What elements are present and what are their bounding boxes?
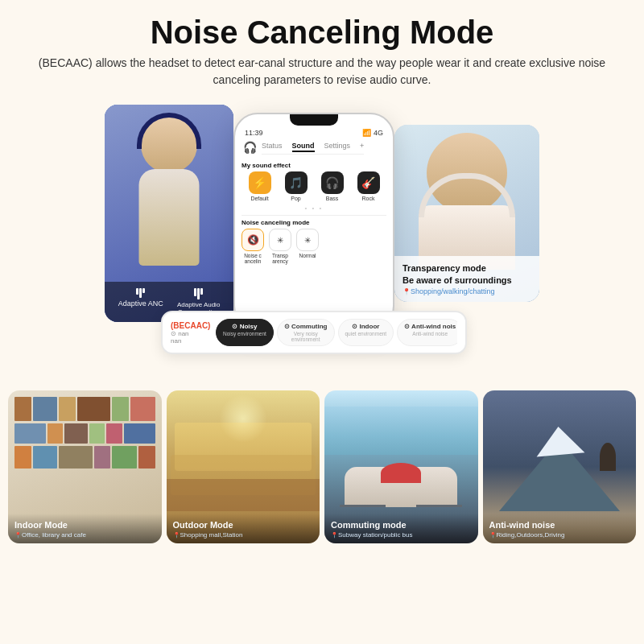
mode-pill-indoor[interactable]: ⊙ Indoor quiet environment (338, 319, 394, 346)
headphone-icon: 🎧 (243, 141, 257, 154)
page-title: Noise Canceling Mode (32, 14, 612, 50)
grid-sub-antiwind: Riding,Outdoors,Driving (489, 531, 630, 539)
tab-add[interactable]: + (360, 142, 364, 152)
effect-pop[interactable]: 🎵 Pop (285, 171, 308, 201)
grid-title-indoor: Indoor Mode (14, 520, 155, 530)
train-sky (324, 407, 478, 455)
grid-sub-outdoor: Shopping mall,Station (173, 531, 314, 539)
grid-sub-indoor: Office, library and cafe (14, 531, 155, 539)
grid-title-outdoor: Outdoor Mode (173, 520, 314, 530)
sound-section-title: My sound effect (242, 162, 386, 169)
right-card: Transparency modeBe aware of surrounding… (394, 125, 539, 302)
grid-label-outdoor: Outdoor Mode Shopping mall,Station (167, 514, 320, 543)
phone-status-bar: 11:39 📶 4G (235, 126, 393, 138)
train-track2 (416, 505, 462, 507)
nc-icon-transparency: ✳ (269, 229, 291, 251)
nc-icon-noise: 🔇 (242, 229, 264, 251)
mode-pill-antiwind[interactable]: ⊙ Anti-wind nois Anti-wind noise (397, 319, 457, 346)
becaac-label: (BECAAC) (171, 321, 211, 330)
tab-settings[interactable]: Settings (324, 142, 351, 152)
effect-default[interactable]: ⚡ Default (249, 171, 271, 201)
effect-icon-default: ⚡ (249, 171, 271, 194)
grid-sub-commuting: Subway station/public bus (331, 531, 472, 539)
effect-rock[interactable]: 🎸 Rock (357, 171, 380, 201)
mountain-snow (534, 424, 584, 456)
phone-mockup: 11:39 📶 4G 🎧 Status Sound Settings + My … (233, 113, 394, 330)
tab-sound[interactable]: Sound (292, 142, 315, 152)
person-silhouette (600, 443, 616, 471)
phone-notch (290, 114, 338, 126)
phone-signal: 📶 4G (362, 129, 383, 137)
becaac-sub2: nan (171, 337, 211, 345)
header-section: Noise Canceling Mode (BECAAC) allows the… (0, 0, 644, 97)
nc-mode-normal[interactable]: ✳ Normal (296, 229, 319, 264)
grid-title-commuting: Commuting mode (331, 520, 472, 530)
mall-floor3 (167, 479, 320, 511)
train-nose (381, 463, 421, 483)
phone-body: 11:39 📶 4G 🎧 Status Sound Settings + My … (233, 113, 394, 330)
phone-time: 11:39 (245, 129, 263, 137)
phone-content: My sound effect ⚡ Default 🎵 Pop 🎧 Bass (235, 156, 393, 267)
grid-item-indoor: Indoor Mode Office, library and cafe (8, 390, 162, 543)
grid-label-antiwind: Anti-wind noise Riding,Outdoors,Driving (483, 514, 637, 543)
nc-modes-row: 🔇 Noise cancelin ✳ Transparency ✳ Normal (242, 229, 386, 264)
tab-status[interactable]: Status (262, 142, 283, 152)
nc-icon-normal: ✳ (296, 229, 319, 251)
mode-pill-noisy[interactable]: ⊙ Noisy Noisy environment (216, 319, 274, 346)
middle-section: Adaptive ANC Adaptive AudioCompensation … (0, 97, 644, 346)
right-card-title: Transparency modeBe aware of surrounding… (402, 262, 531, 286)
bottom-grid: Indoor Mode Office, library and cafe Out… (0, 390, 644, 543)
becaac-sub: ⊙ nan (171, 330, 211, 337)
grid-label-commuting: Commuting mode Subway station/public bus (324, 514, 478, 543)
grid-title-antiwind: Anti-wind noise (489, 520, 630, 530)
right-card-content: Transparency modeBe aware of surrounding… (394, 256, 539, 302)
effect-icon-rock: 🎸 (357, 171, 380, 194)
nc-mode-noise[interactable]: 🔇 Noise cancelin (242, 229, 264, 264)
anc-label-1: Adaptive ANC (118, 288, 163, 316)
grid-item-outdoor: Outdoor Mode Shopping mall,Station (167, 390, 320, 543)
nc-section-title: Noise canceling mode (242, 219, 386, 226)
becaac-label-group: (BECAAC) ⊙ nan nan (171, 321, 211, 345)
left-card: Adaptive ANC Adaptive AudioCompensation (105, 105, 233, 322)
bookshelf-decor (14, 397, 155, 507)
page-description: (BECAAC) allows the headset to detect ea… (32, 55, 612, 89)
mode-pills-row: ⊙ Noisy Noisy environment ⊙ Commuting Ve… (216, 319, 457, 346)
becaac-card: (BECAAC) ⊙ nan nan ⊙ Noisy Noisy environ… (161, 311, 467, 354)
train-track (340, 505, 386, 507)
sound-effects-row: ⚡ Default 🎵 Pop 🎧 Bass 🎸 Rock (242, 171, 386, 201)
right-card-sub: Shopping/walking/chatting (402, 287, 531, 295)
effect-icon-bass: 🎧 (321, 171, 344, 194)
carousel-dots: • • • (242, 204, 386, 212)
grid-item-antiwind: Anti-wind noise Riding,Outdoors,Driving (483, 390, 637, 543)
effect-bass[interactable]: 🎧 Bass (321, 171, 344, 201)
nc-mode-transparency[interactable]: ✳ Transparency (269, 229, 291, 264)
grid-item-commuting: Commuting mode Subway station/public bus (324, 390, 478, 543)
grid-label-indoor: Indoor Mode Office, library and cafe (8, 514, 162, 543)
mode-pill-commuting[interactable]: ⊙ Commuting Very noisyenvironment (277, 319, 335, 346)
phone-tabs: Status Sound Settings + (262, 140, 364, 155)
divider (242, 215, 386, 216)
effect-icon-pop: 🎵 (285, 171, 308, 194)
